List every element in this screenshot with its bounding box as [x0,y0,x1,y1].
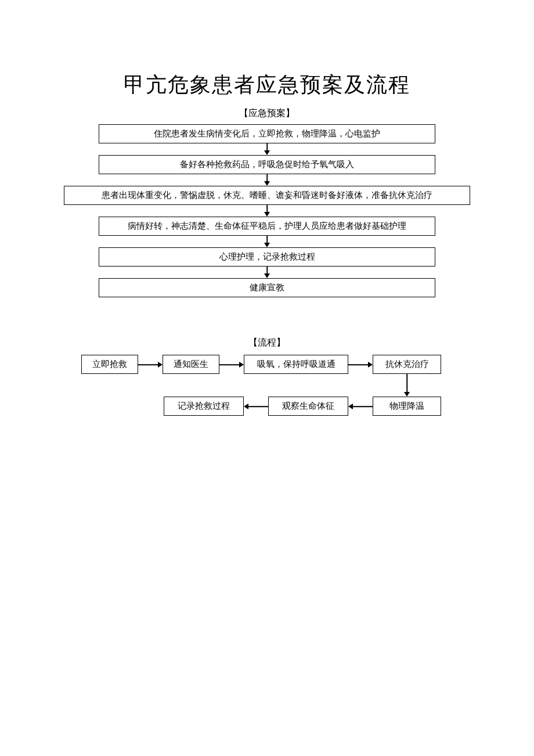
flow-step-antishock: 抗休克治疗 [373,355,441,374]
arrow-down-icon [266,143,268,155]
plan-step: 住院患者发生病情变化后，立即抢救，物理降温，心电监护 [99,124,435,143]
arrow-down-icon [266,174,268,186]
flow-step-oxygen: 吸氧，保持呼吸道通 [244,355,348,374]
section-plan-label: 【应急预案】 [0,107,534,120]
page-title: 甲亢危象患者应急预案及流程 [0,0,534,99]
plan-step: 健康宣教 [99,278,435,297]
flow-step-record: 记录抢救过程 [164,397,244,416]
arrow-right-icon [348,364,373,365]
flow-step-cooling: 物理降温 [373,397,441,416]
plan-flow: 住院患者发生病情变化后，立即抢救，物理降温，心电监护 备好各种抢救药品，呼吸急促… [64,124,470,297]
arrow-down-icon [406,373,407,397]
section-flow-label: 【流程】 [0,337,534,349]
flow-step-notify: 通知医生 [163,355,219,374]
flow-step-rescue: 立即抢救 [81,355,138,374]
arrow-right-icon [219,364,244,365]
arrow-down-icon [266,267,268,278]
arrow-down-icon [266,205,268,217]
arrow-right-icon [138,364,163,365]
arrow-left-icon [348,406,373,407]
plan-step: 病情好转，神志清楚、生命体征平稳后，护理人员应给患者做好基础护理 [99,217,435,236]
plan-step: 患者出现体重变化，警惕虚脱，休克、嗜睡、谵妄和昏迷时备好液体，准备抗休克治疗 [64,186,470,205]
arrow-left-icon [244,406,268,407]
plan-step: 备好各种抢救药品，呼吸急促时给予氧气吸入 [99,155,435,174]
plan-step: 心理护理，记录抢救过程 [99,247,435,267]
arrow-down-icon [266,236,268,247]
process-flow: 立即抢救 通知医生 吸氧，保持呼吸道通 抗休克治疗 物理降温 观察生命体征 记录… [81,355,453,448]
flow-step-observe: 观察生命体征 [268,397,348,416]
